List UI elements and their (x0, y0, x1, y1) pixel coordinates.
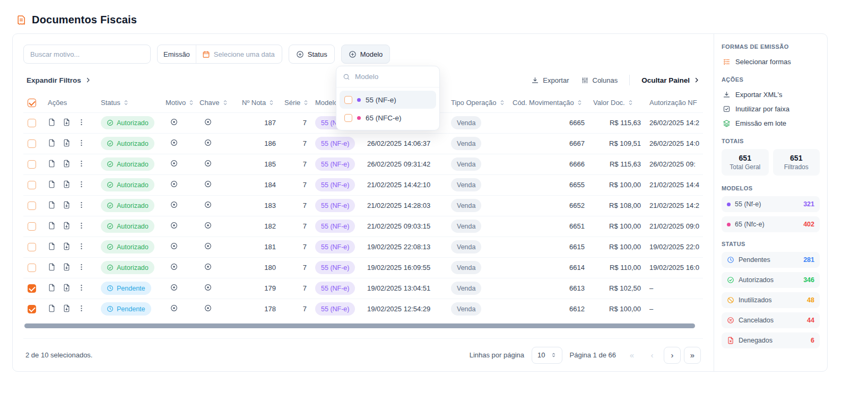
row-checkbox[interactable] (28, 284, 36, 293)
column-header-motivo[interactable]: Motivo (161, 93, 195, 112)
key-view-icon[interactable] (204, 200, 212, 209)
reason-view-icon[interactable] (170, 304, 178, 312)
kebab-menu-icon[interactable] (77, 242, 85, 250)
status-cancelados-row[interactable]: Cancelados 44 (722, 312, 820, 328)
document-download-icon[interactable] (63, 242, 71, 250)
reason-view-icon[interactable] (170, 262, 178, 271)
kebab-menu-icon[interactable] (77, 160, 85, 168)
model-55-row[interactable]: 55 (Nf-e) 321 (722, 196, 820, 212)
key-view-icon[interactable] (204, 283, 212, 292)
kebab-menu-icon[interactable] (77, 284, 85, 292)
document-download-icon[interactable] (63, 304, 71, 312)
option-checkbox[interactable] (344, 114, 352, 122)
reason-view-icon[interactable] (170, 138, 178, 147)
document-icon[interactable] (48, 284, 56, 292)
status-pendentes-row[interactable]: Pendentes 281 (722, 252, 820, 268)
key-view-icon[interactable] (204, 221, 212, 230)
kebab-menu-icon[interactable] (77, 201, 85, 209)
status-denegados-row[interactable]: Denegados 6 (722, 332, 820, 348)
model-option-55[interactable]: 55 (NF-e) (340, 91, 436, 109)
row-checkbox[interactable] (28, 160, 36, 169)
kebab-menu-icon[interactable] (77, 118, 85, 126)
key-view-icon[interactable] (204, 180, 212, 188)
key-view-icon[interactable] (204, 118, 212, 126)
row-checkbox[interactable] (28, 119, 36, 127)
prev-page-button[interactable]: ‹ (644, 347, 661, 364)
column-header-status[interactable]: Status (97, 93, 161, 112)
kebab-menu-icon[interactable] (77, 180, 85, 188)
reason-view-icon[interactable] (170, 180, 178, 188)
columns-button[interactable]: Colunas (581, 76, 618, 84)
reason-view-icon[interactable] (170, 159, 178, 168)
model-filter-button[interactable]: Modelo (341, 45, 390, 64)
key-view-icon[interactable] (204, 242, 212, 250)
model-option-65[interactable]: 65 (NFC-e) (340, 109, 436, 127)
next-page-button[interactable]: › (664, 347, 681, 364)
row-checkbox[interactable] (28, 202, 36, 210)
reason-view-icon[interactable] (170, 118, 178, 126)
row-checkbox[interactable] (28, 243, 36, 251)
select-all-checkbox[interactable] (28, 99, 36, 107)
first-page-button[interactable]: « (623, 347, 640, 364)
document-download-icon[interactable] (63, 263, 71, 271)
column-header-chave[interactable]: Chave (195, 93, 238, 112)
batch-emission-item[interactable]: Emissão em lote (722, 116, 820, 130)
horizontal-scrollbar[interactable] (24, 323, 702, 328)
last-page-button[interactable]: » (684, 347, 701, 364)
document-icon[interactable] (48, 222, 56, 230)
column-header-cod-movimentacao[interactable]: Cód. Movimentação (508, 93, 589, 112)
document-download-icon[interactable] (63, 201, 71, 209)
document-icon[interactable] (48, 160, 56, 168)
row-checkbox[interactable] (28, 181, 36, 189)
option-checkbox[interactable] (344, 96, 352, 104)
emission-date-filter[interactable]: Emissão Selecione uma data (157, 45, 282, 64)
document-icon[interactable] (48, 139, 56, 147)
document-icon[interactable] (48, 201, 56, 209)
export-xml-item[interactable]: Exportar XML's (722, 87, 820, 102)
column-header-valor[interactable]: Valor Doc. (589, 93, 645, 112)
scrollbar-thumb[interactable] (24, 323, 695, 328)
search-input[interactable] (23, 45, 151, 64)
row-checkbox[interactable] (28, 139, 36, 148)
model-dropdown-search[interactable] (336, 66, 439, 87)
document-icon[interactable] (48, 242, 56, 250)
document-icon[interactable] (48, 180, 56, 188)
document-download-icon[interactable] (63, 139, 71, 147)
invalidate-range-item[interactable]: Inutilizar por faixa (722, 102, 820, 116)
key-view-icon[interactable] (204, 304, 212, 312)
reason-view-icon[interactable] (170, 283, 178, 292)
document-download-icon[interactable] (63, 284, 71, 292)
expand-filters-link[interactable]: Expandir Filtros (27, 76, 91, 84)
key-view-icon[interactable] (204, 138, 212, 147)
document-icon[interactable] (48, 263, 56, 271)
column-header-tipo-operacao[interactable]: Tipo Operação (447, 93, 508, 112)
rows-per-page-select[interactable]: 10 (532, 347, 562, 364)
status-filter-button[interactable]: Status (289, 45, 335, 64)
kebab-menu-icon[interactable] (77, 222, 85, 230)
reason-view-icon[interactable] (170, 200, 178, 209)
reason-view-icon[interactable] (170, 242, 178, 250)
status-autorizados-row[interactable]: Autorizados 346 (722, 272, 820, 288)
key-view-icon[interactable] (204, 159, 212, 168)
export-button[interactable]: Exportar (531, 76, 569, 84)
row-checkbox[interactable] (28, 305, 36, 313)
row-checkbox[interactable] (28, 264, 36, 272)
document-download-icon[interactable] (63, 160, 71, 168)
column-header-nota[interactable]: Nº Nota (238, 93, 280, 112)
document-icon[interactable] (48, 118, 56, 126)
column-header-serie[interactable]: Série (280, 93, 311, 112)
kebab-menu-icon[interactable] (77, 139, 85, 147)
kebab-menu-icon[interactable] (77, 263, 85, 271)
document-download-icon[interactable] (63, 222, 71, 230)
column-header-autorizacao[interactable]: Autorização NF (645, 93, 703, 112)
key-view-icon[interactable] (204, 262, 212, 271)
reason-view-icon[interactable] (170, 221, 178, 230)
hide-panel-button[interactable]: Ocultar Painel (641, 76, 700, 84)
model-65-row[interactable]: 65 (Nfc-e) 402 (722, 216, 820, 232)
document-download-icon[interactable] (63, 118, 71, 126)
row-checkbox[interactable] (28, 222, 36, 231)
model-dropdown-search-input[interactable] (355, 73, 433, 81)
status-inutilizados-row[interactable]: Inutilizados 48 (722, 292, 820, 308)
document-download-icon[interactable] (63, 180, 71, 188)
document-icon[interactable] (48, 304, 56, 312)
